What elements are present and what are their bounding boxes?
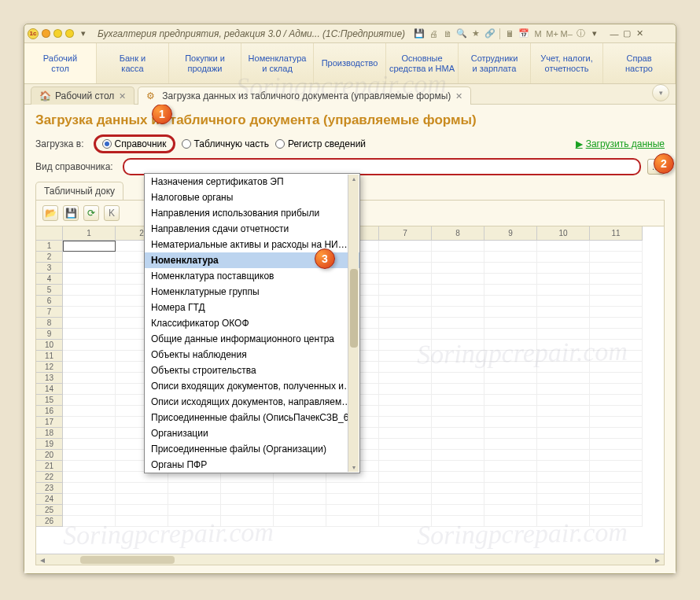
cell[interactable] (326, 516, 379, 527)
cell[interactable] (63, 417, 116, 428)
cell[interactable] (379, 318, 432, 329)
cell[interactable] (432, 241, 484, 252)
cell[interactable] (537, 450, 590, 461)
cell[interactable] (590, 329, 643, 340)
cell[interactable] (484, 241, 537, 252)
cell[interactable] (326, 472, 379, 483)
cell[interactable] (537, 296, 590, 307)
cell[interactable] (590, 340, 643, 351)
cell[interactable] (63, 252, 116, 263)
cell[interactable] (379, 340, 432, 351)
cell[interactable] (537, 362, 590, 373)
cell[interactable] (537, 252, 590, 263)
m-plus-label[interactable]: M+ (546, 28, 558, 40)
cell[interactable] (484, 483, 537, 494)
column-header[interactable]: 10 (537, 226, 590, 241)
cell[interactable] (274, 472, 326, 483)
cell[interactable] (168, 516, 221, 527)
cell[interactable] (432, 439, 484, 450)
dropdown-item[interactable]: Объекты наблюдения (145, 347, 359, 363)
cell[interactable] (432, 362, 484, 373)
cell[interactable] (537, 483, 590, 494)
cell[interactable] (537, 329, 590, 340)
cell[interactable] (484, 406, 537, 417)
dropdown-item[interactable]: Направления сдачи отчетности (145, 221, 359, 237)
row-header[interactable]: 22 (36, 472, 63, 483)
row-header[interactable]: 1 (36, 241, 63, 252)
cell[interactable] (63, 307, 116, 318)
cell[interactable] (484, 351, 537, 362)
column-header[interactable]: 9 (484, 226, 537, 241)
section-item[interactable]: Рабочийстол (24, 43, 97, 83)
cell[interactable] (63, 340, 116, 351)
cell[interactable] (590, 505, 643, 516)
cell[interactable] (432, 384, 484, 395)
dropdown-item[interactable]: Органы ПФР (145, 457, 359, 473)
cell[interactable] (379, 483, 432, 494)
column-header[interactable]: 1 (63, 226, 116, 241)
cell[interactable] (379, 505, 432, 516)
cell[interactable] (537, 285, 590, 296)
row-header[interactable]: 7 (36, 307, 63, 318)
dropdown-item[interactable]: Номера ГТД (145, 300, 359, 315)
titlebar-dropdown-icon[interactable]: ▾ (77, 28, 90, 40)
m-minus-label[interactable]: M– (560, 28, 573, 40)
cell[interactable] (63, 373, 116, 384)
cell[interactable] (221, 483, 274, 494)
cell[interactable] (432, 450, 484, 461)
help-icon[interactable]: ⓘ (574, 28, 587, 40)
radio-table-part[interactable]: Табличную часть (182, 138, 269, 149)
cell[interactable] (432, 494, 484, 505)
cell[interactable] (590, 428, 643, 439)
cell[interactable] (116, 505, 168, 516)
cell[interactable] (590, 439, 643, 450)
cell[interactable] (379, 450, 432, 461)
preview-icon[interactable]: 🗎 (441, 28, 454, 40)
cell[interactable] (379, 516, 432, 527)
cell[interactable] (168, 494, 221, 505)
cell[interactable] (379, 373, 432, 384)
cell[interactable] (537, 241, 590, 252)
dropdown-item[interactable]: Описи входящих документов, полученных из… (145, 378, 359, 394)
cell[interactable] (326, 483, 379, 494)
cell[interactable] (432, 461, 484, 472)
cell[interactable] (221, 516, 274, 527)
cell[interactable] (432, 263, 484, 274)
titlebar-dot[interactable] (53, 29, 62, 38)
cell[interactable] (379, 351, 432, 362)
section-item[interactable]: Учет, налоги,отчетность (531, 43, 603, 83)
cell[interactable] (484, 263, 537, 274)
row-header[interactable]: 12 (36, 362, 63, 373)
cell[interactable] (590, 494, 643, 505)
cell[interactable] (484, 329, 537, 340)
cell[interactable] (379, 472, 432, 483)
maximize-button[interactable]: ▢ (621, 28, 632, 39)
dropdown-item[interactable]: Общие данные информационного центра (145, 331, 359, 347)
search-icon[interactable]: 🔍 (455, 28, 468, 40)
cell[interactable] (484, 395, 537, 406)
cell[interactable] (484, 461, 537, 472)
open-button[interactable]: 📂 (42, 205, 58, 221)
cell[interactable] (432, 351, 484, 362)
row-header[interactable]: 23 (36, 483, 63, 494)
cell[interactable] (116, 483, 168, 494)
cell[interactable] (63, 329, 116, 340)
cell[interactable] (379, 384, 432, 395)
cell[interactable] (379, 274, 432, 285)
k-button[interactable]: K (104, 205, 120, 221)
section-item[interactable]: Основныесредства и НМА (386, 43, 459, 83)
cell[interactable] (590, 263, 643, 274)
row-header[interactable]: 8 (36, 318, 63, 329)
cell[interactable] (63, 318, 116, 329)
row-header[interactable]: 20 (36, 450, 63, 461)
cell[interactable] (432, 307, 484, 318)
cell[interactable] (63, 428, 116, 439)
cell[interactable] (590, 296, 643, 307)
cell[interactable] (432, 395, 484, 406)
row-header[interactable]: 24 (36, 494, 63, 505)
inner-tab-table-doc[interactable]: Табличный доку (35, 182, 123, 200)
cell[interactable] (537, 428, 590, 439)
row-header[interactable]: 25 (36, 505, 63, 516)
row-header[interactable]: 19 (36, 439, 63, 450)
star-icon[interactable]: ★ (470, 28, 482, 40)
